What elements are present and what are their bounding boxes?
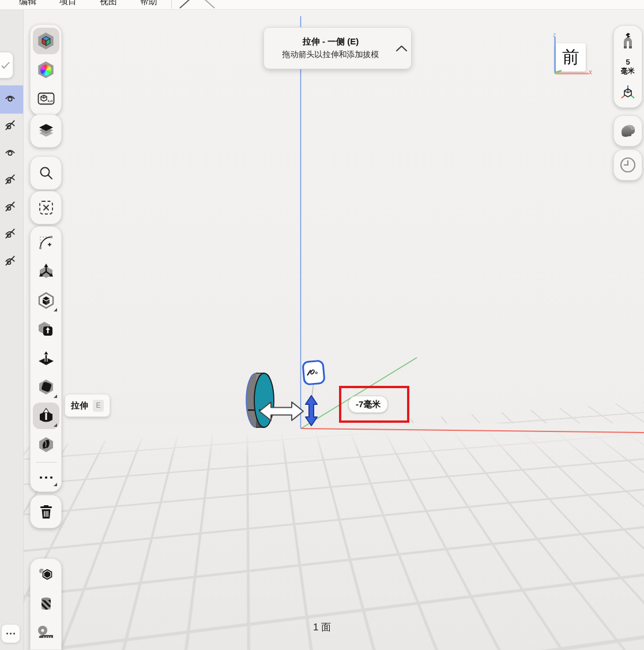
chamfer-icon bbox=[37, 378, 55, 396]
tool-hint-tooltip: 拉伸 - 一侧 (E) 拖动箭头以拉伸和添加拔模 bbox=[263, 27, 412, 69]
view-orientation-widget[interactable]: z 前 x bbox=[551, 33, 599, 82]
material-render-button[interactable] bbox=[33, 28, 59, 54]
more-panel-button[interactable] bbox=[1, 624, 20, 643]
visibility-panel bbox=[0, 9, 24, 650]
eye-visible-icon[interactable] bbox=[3, 146, 17, 159]
chamfer-button[interactable] bbox=[33, 374, 59, 400]
scale-cube-button[interactable] bbox=[33, 287, 59, 314]
eye-hidden-icon[interactable] bbox=[3, 254, 17, 268]
extrude-icon bbox=[37, 407, 55, 424]
search-icon bbox=[39, 166, 54, 181]
floor-fade bbox=[0, 423, 644, 458]
lattice-icon bbox=[37, 567, 55, 583]
sketch-button[interactable] bbox=[33, 230, 59, 256]
axis-x-label: x bbox=[589, 68, 592, 76]
eye-visible-icon[interactable] bbox=[3, 92, 17, 105]
redo-arrow-icon[interactable] bbox=[201, 0, 217, 9]
history-button[interactable] bbox=[616, 153, 640, 177]
more-tools-icon bbox=[38, 475, 54, 480]
shading-style-button[interactable] bbox=[616, 119, 640, 143]
chevron-up-icon[interactable] bbox=[391, 46, 411, 51]
toolbar-group-tools bbox=[30, 226, 62, 492]
grid-size-unit: 毫米 bbox=[621, 67, 635, 76]
shortcut-key-badge: E bbox=[93, 400, 104, 412]
axis-x-line bbox=[555, 73, 589, 74]
distance-highlight-box: -7毫米 bbox=[339, 386, 409, 423]
shell-icon bbox=[37, 436, 55, 453]
selection-status: 1 面 bbox=[0, 621, 644, 634]
shaded-view-icon bbox=[619, 123, 637, 138]
active-tool-label: 拉伸 E bbox=[65, 394, 110, 417]
scale-cube-icon bbox=[37, 292, 55, 309]
menu-bar: 编辑 项目 视图 帮助 bbox=[0, 0, 644, 10]
magnet-lightning-icon bbox=[620, 33, 635, 49]
axis-cube-icon bbox=[620, 84, 636, 100]
extrude-button[interactable] bbox=[33, 403, 59, 429]
right-toolbar-snap-group: 5 毫米 bbox=[613, 25, 642, 108]
thread-button[interactable] bbox=[33, 591, 59, 617]
tooltip-title: 拉伸 - 一侧 (E) bbox=[271, 36, 390, 47]
dimension-cube-icon bbox=[37, 91, 55, 106]
draft-angle-badge[interactable]: 0° bbox=[302, 359, 326, 385]
snap-button[interactable] bbox=[616, 29, 640, 53]
toolbar-group-layers bbox=[30, 114, 62, 148]
toolbar-group-appearance bbox=[30, 24, 62, 115]
eye-hidden-icon[interactable] bbox=[3, 173, 17, 186]
search-button[interactable] bbox=[33, 160, 59, 186]
3d-viewport[interactable] bbox=[0, 9, 644, 650]
menu-project[interactable]: 项目 bbox=[59, 0, 77, 9]
material-render-icon bbox=[37, 32, 55, 50]
toolbar-divider bbox=[36, 462, 57, 463]
extrude-arrow-handle[interactable] bbox=[258, 399, 306, 424]
color-wheel-icon bbox=[37, 61, 55, 78]
grid-size-value: 5 bbox=[621, 58, 635, 67]
menu-edit[interactable]: 编辑 bbox=[19, 0, 36, 9]
color-wheel-button[interactable] bbox=[33, 57, 59, 83]
toolbar-group-deselect bbox=[30, 191, 62, 224]
toolbar-group-delete bbox=[30, 495, 62, 528]
measure-tape-icon bbox=[37, 625, 55, 640]
toolbar-group-bottom bbox=[30, 558, 62, 650]
draft-angle-value: 0° bbox=[308, 367, 319, 378]
trash-icon bbox=[39, 504, 54, 520]
dimension-cube-button[interactable] bbox=[33, 85, 59, 112]
check-icon bbox=[1, 61, 10, 69]
layers-button[interactable] bbox=[33, 118, 59, 144]
grid-size-display[interactable]: 5 毫米 bbox=[621, 55, 635, 78]
toolbar-group-search bbox=[30, 156, 62, 190]
eye-hidden-icon[interactable] bbox=[3, 119, 17, 132]
more-tools-button[interactable] bbox=[33, 467, 59, 489]
move-rotate-button[interactable] bbox=[33, 258, 59, 285]
offset-face-icon bbox=[37, 350, 55, 367]
menu-divider bbox=[171, 0, 172, 9]
right-toolbar-shading-group bbox=[613, 115, 642, 146]
measure-button[interactable] bbox=[33, 619, 59, 646]
view-face-front[interactable]: 前 bbox=[556, 43, 586, 72]
shell-button[interactable] bbox=[33, 431, 59, 458]
lattice-button[interactable] bbox=[33, 562, 59, 588]
eye-hidden-icon[interactable] bbox=[3, 227, 17, 241]
ellipsis-icon bbox=[6, 633, 8, 634]
tooltip-subtitle: 拖动箭头以拉伸和添加拔模 bbox=[271, 50, 390, 60]
menu-view[interactable]: 视图 bbox=[100, 0, 117, 9]
move-rotate-icon bbox=[37, 263, 55, 280]
eye-hidden-icon[interactable] bbox=[3, 200, 17, 213]
delete-button[interactable] bbox=[33, 498, 59, 525]
right-toolbar-history-group bbox=[613, 149, 642, 181]
sketch-icon bbox=[38, 235, 54, 251]
active-tool-name: 拉伸 bbox=[71, 400, 88, 411]
orientation-button[interactable] bbox=[616, 80, 640, 104]
push-pull-button[interactable] bbox=[33, 316, 59, 343]
draft-arrow-handle[interactable] bbox=[304, 394, 318, 428]
confirm-button[interactable] bbox=[0, 52, 13, 78]
history-clock-icon bbox=[619, 156, 637, 174]
thread-icon bbox=[38, 596, 54, 612]
undo-arrow-icon[interactable] bbox=[178, 0, 194, 9]
menu-help[interactable]: 帮助 bbox=[140, 0, 157, 9]
offset-face-button[interactable] bbox=[33, 345, 59, 371]
deselect-icon bbox=[38, 200, 54, 216]
push-pull-icon bbox=[37, 321, 55, 338]
deselect-button[interactable] bbox=[33, 194, 59, 221]
layers-icon bbox=[37, 123, 55, 139]
extrude-distance-label[interactable]: -7毫米 bbox=[348, 396, 388, 413]
